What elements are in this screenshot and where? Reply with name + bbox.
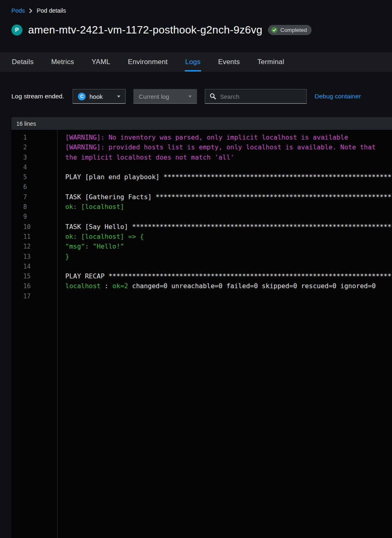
log-line: [WARNING]: provided hosts list is empty,… [58,142,392,152]
log-line: TASK [Say Hello] ***********************… [58,222,392,232]
log-line-number: 8 [11,202,57,212]
chevron-down-icon [188,96,192,98]
log-line: localhost : ok=2 changed=0 unreachable=0… [58,281,392,291]
title-row: P amen-mtv-2421-vm-1172-posthook-g2nch-9… [11,22,381,38]
log-line [58,212,392,222]
pod-resource-badge: P [11,24,22,36]
log-select[interactable]: Current log [133,89,197,104]
log-line-number: 11 [11,232,57,242]
page-header: Pods Pod details P amen-mtv-2421-vm-1172… [0,0,392,38]
tab-details[interactable]: Details [11,52,34,71]
log-line: PLAY [plan end playbook] ***************… [58,172,392,182]
container-select-value: hook [89,93,103,100]
log-line: TASK [Gathering Facts] *****************… [58,192,392,202]
log-line-number-column: 1234567891011121314151617 [11,130,58,538]
tab-logs[interactable]: Logs [185,52,201,71]
log-line: PLAY RECAP *****************************… [58,271,392,281]
log-search [205,89,307,104]
log-line-number: 7 [11,192,57,202]
log-line-count: 16 lines [11,117,392,130]
tab-terminal[interactable]: Terminal [257,52,285,71]
log-line-number: 1 [11,133,57,142]
log-line: ok: [localhost] [58,202,392,212]
check-circle-icon [271,27,277,33]
log-line-number: 16 [11,281,57,291]
log-line: the implicit localhost does not match 'a… [58,153,392,162]
tab-metrics[interactable]: Metrics [51,52,74,71]
log-line-number: 2 [11,142,57,152]
tab-environment[interactable]: Environment [127,52,168,71]
log-line-number: 6 [11,182,57,192]
container-select[interactable]: C hook [73,89,126,104]
breadcrumb-current: Pod details [37,7,66,14]
log-line [58,291,392,301]
log-line-number: 15 [11,271,57,281]
log-toolbar: Log stream ended. C hook Current log Deb… [11,89,381,104]
log-line: [WARNING]: No inventory was parsed, only… [58,133,392,142]
status-badge-label: Completed [280,27,307,33]
log-text-column: [WARNING]: No inventory was parsed, only… [58,130,392,538]
log-line [58,162,392,172]
log-select-value: Current log [139,93,169,100]
log-line-number: 13 [11,252,57,262]
breadcrumb-pods-link[interactable]: Pods [11,7,25,14]
debug-container-link[interactable]: Debug container [314,93,361,100]
page-title: amen-mtv-2421-vm-1172-posthook-g2nch-9z6… [28,24,262,36]
status-badge: Completed [268,25,311,35]
log-line-number: 17 [11,291,57,301]
search-icon [210,93,216,100]
chevron-down-icon [117,96,120,98]
log-line-number: 10 [11,222,57,232]
log-line: ok: [localhost] => { [58,232,392,242]
log-line [58,182,392,192]
search-input[interactable] [220,93,302,100]
log-viewer: 16 lines 1234567891011121314151617 [WARN… [11,117,392,538]
log-line: "msg": "Hello!" [58,242,392,251]
log-line [58,262,392,271]
chevron-right-icon [29,9,32,13]
tab-yaml[interactable]: YAML [91,52,111,71]
log-line-number: 3 [11,153,57,162]
log-line: } [58,252,392,262]
container-badge-icon: C [78,93,86,100]
log-line-number: 4 [11,162,57,172]
breadcrumb: Pods Pod details [11,7,381,14]
log-line-number: 14 [11,262,57,271]
log-line-number: 5 [11,172,57,182]
tab-events[interactable]: Events [218,52,240,71]
log-body[interactable]: 1234567891011121314151617 [WARNING]: No … [11,130,392,538]
log-line-number: 12 [11,242,57,251]
tab-bar: DetailsMetricsYAMLEnvironmentLogsEventsT… [0,52,392,72]
log-stream-status: Log stream ended. [11,93,64,100]
log-line-number: 9 [11,212,57,222]
